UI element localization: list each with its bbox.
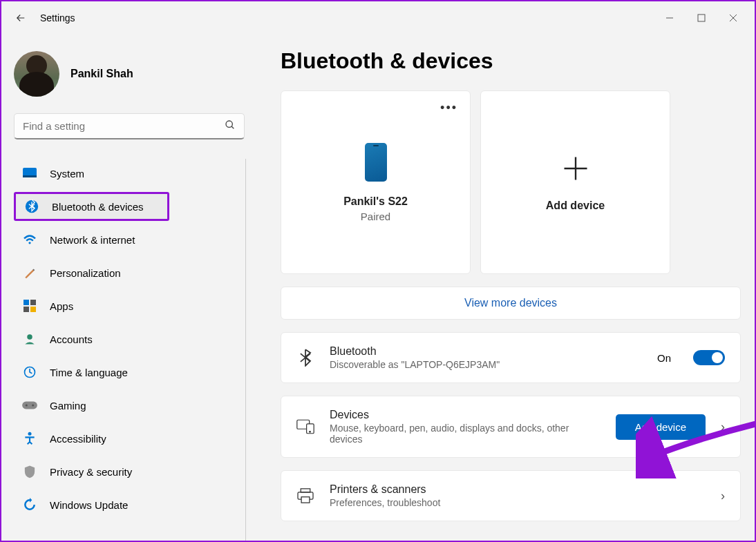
toggle-state-label: On xyxy=(657,352,671,364)
svg-point-17 xyxy=(26,404,28,406)
bluetooth-row[interactable]: Bluetooth Discoverable as "LAPTOP-Q6EJP3… xyxy=(281,332,741,383)
sidebar-item-personalization[interactable]: Personalization xyxy=(14,258,169,287)
device-tile[interactable]: ••• Pankil's S22 Paired xyxy=(281,90,471,274)
profile[interactable]: Pankil Shah xyxy=(14,43,245,113)
sidebar-item-label: Privacy & security xyxy=(50,466,132,478)
apps-icon xyxy=(22,298,37,313)
sidebar-item-bluetooth-devices[interactable]: Bluetooth & devices xyxy=(14,192,169,221)
search-icon xyxy=(225,119,236,133)
avatar xyxy=(14,51,59,97)
sidebar-item-system[interactable]: System xyxy=(14,159,169,188)
svg-rect-10 xyxy=(23,300,29,305)
sidebar-item-accessibility[interactable]: Accessibility xyxy=(14,424,169,453)
svg-rect-27 xyxy=(301,497,310,503)
device-name: Pankil's S22 xyxy=(343,195,408,208)
sidebar-item-gaming[interactable]: Gaming xyxy=(14,391,169,420)
gamepad-icon xyxy=(22,398,37,413)
shield-icon xyxy=(22,464,37,479)
device-status: Paired xyxy=(361,211,390,222)
svg-rect-1 xyxy=(698,14,705,21)
sidebar-item-apps[interactable]: Apps xyxy=(14,291,169,320)
bluetooth-icon xyxy=(296,349,314,367)
printers-row[interactable]: Printers & scanners Preferences, trouble… xyxy=(281,470,741,521)
row-title: Printers & scanners xyxy=(330,483,706,496)
sidebar-item-label: Personalization xyxy=(50,267,121,279)
plus-icon xyxy=(560,153,591,190)
svg-rect-25 xyxy=(301,489,310,492)
more-icon[interactable]: ••• xyxy=(440,101,457,115)
profile-name: Pankil Shah xyxy=(70,68,133,80)
add-device-label: Add device xyxy=(546,200,605,212)
svg-point-9 xyxy=(28,242,30,244)
svg-rect-12 xyxy=(23,307,29,312)
svg-rect-16 xyxy=(22,402,37,409)
titlebar: Settings xyxy=(1,1,755,35)
sidebar: Pankil Shah System Bluetooth & devices N… xyxy=(1,35,257,541)
svg-point-14 xyxy=(27,334,32,340)
add-device-button[interactable]: Add device xyxy=(616,414,706,440)
main-content: Bluetooth & devices ••• Pankil's S22 Pai… xyxy=(257,35,755,541)
printer-icon xyxy=(296,488,314,503)
row-subtitle: Preferences, troubleshoot xyxy=(330,497,578,508)
accessibility-icon xyxy=(22,431,37,446)
sidebar-item-label: Gaming xyxy=(50,400,86,412)
back-button[interactable] xyxy=(7,4,35,32)
update-icon xyxy=(22,497,37,512)
svg-point-4 xyxy=(226,121,232,127)
sidebar-item-accounts[interactable]: Accounts xyxy=(14,325,169,354)
sidebar-item-label: Accounts xyxy=(50,333,93,345)
svg-line-5 xyxy=(231,126,234,128)
svg-rect-13 xyxy=(30,307,36,312)
sidebar-item-windows-update[interactable]: Windows Update xyxy=(14,490,169,519)
close-button[interactable] xyxy=(717,7,749,29)
bluetooth-toggle[interactable] xyxy=(693,350,725,365)
person-icon xyxy=(22,331,37,347)
paintbrush-icon xyxy=(22,265,37,280)
page-title: Bluetooth & devices xyxy=(281,48,741,74)
sidebar-item-time-language[interactable]: Time & language xyxy=(14,358,169,387)
view-more-devices-link[interactable]: View more devices xyxy=(281,287,741,320)
svg-point-18 xyxy=(32,404,34,406)
chevron-right-icon: › xyxy=(721,420,725,434)
window-title: Settings xyxy=(40,12,75,23)
sidebar-item-label: Bluetooth & devices xyxy=(52,201,144,213)
clock-globe-icon xyxy=(22,365,37,380)
row-subtitle: Discoverable as "LAPTOP-Q6EJP3AM" xyxy=(330,359,578,370)
display-icon xyxy=(22,166,37,181)
phone-icon xyxy=(365,143,387,182)
sidebar-item-label: Apps xyxy=(50,300,73,312)
sidebar-item-label: Network & internet xyxy=(50,234,135,246)
row-title: Bluetooth xyxy=(330,345,642,358)
minimize-button[interactable] xyxy=(654,7,686,29)
devices-row[interactable]: Devices Mouse, keyboard, pen, audio, dis… xyxy=(281,396,741,458)
add-device-tile[interactable]: Add device xyxy=(480,90,670,274)
bluetooth-icon xyxy=(24,199,39,214)
chevron-right-icon: › xyxy=(721,489,725,503)
search-box[interactable] xyxy=(14,113,245,139)
maximize-button[interactable] xyxy=(686,7,717,29)
svg-point-24 xyxy=(310,432,311,433)
sidebar-item-label: Accessibility xyxy=(50,433,106,445)
sidebar-item-privacy[interactable]: Privacy & security xyxy=(14,457,169,486)
svg-point-19 xyxy=(28,432,32,436)
sidebar-item-label: System xyxy=(50,168,84,180)
sidebar-item-network[interactable]: Network & internet xyxy=(14,225,169,254)
search-input[interactable] xyxy=(23,120,225,132)
wifi-icon xyxy=(22,232,37,247)
sidebar-item-label: Time & language xyxy=(50,367,128,378)
svg-rect-7 xyxy=(23,175,37,177)
devices-icon xyxy=(296,419,314,434)
svg-rect-11 xyxy=(30,300,36,305)
row-subtitle: Mouse, keyboard, pen, audio, displays an… xyxy=(330,423,578,445)
sidebar-item-label: Windows Update xyxy=(50,499,128,511)
row-title: Devices xyxy=(330,409,601,421)
